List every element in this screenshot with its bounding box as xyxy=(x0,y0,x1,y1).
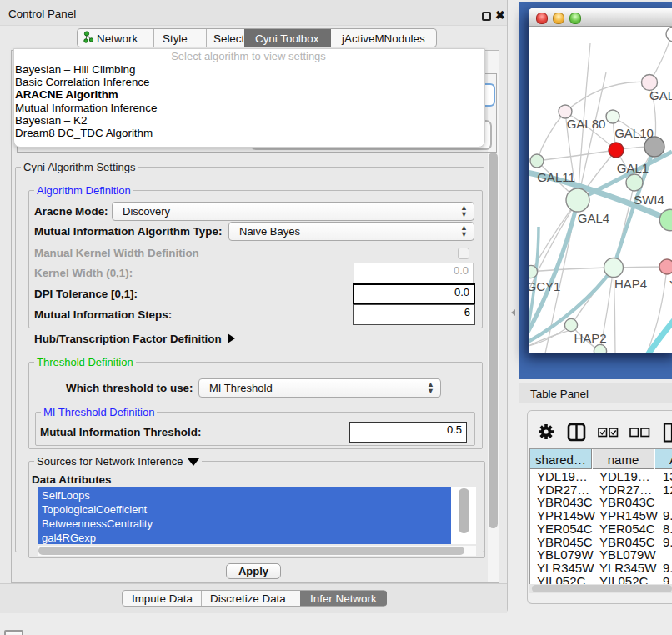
svg-text:HAP4: HAP4 xyxy=(614,277,647,291)
svg-text:SWI4: SWI4 xyxy=(634,192,664,207)
svg-text:GAL80: GAL80 xyxy=(567,117,606,131)
svg-text:GAL: GAL xyxy=(649,88,672,102)
svg-text:GAL4: GAL4 xyxy=(578,211,609,225)
svg-text:GCY1: GCY1 xyxy=(529,279,560,293)
svg-text:HAP2: HAP2 xyxy=(574,331,606,345)
svg-text:GAL10: GAL10 xyxy=(614,126,654,140)
svg-text:GAL1: GAL1 xyxy=(617,161,649,175)
svg-text:GAL11: GAL11 xyxy=(537,170,575,184)
